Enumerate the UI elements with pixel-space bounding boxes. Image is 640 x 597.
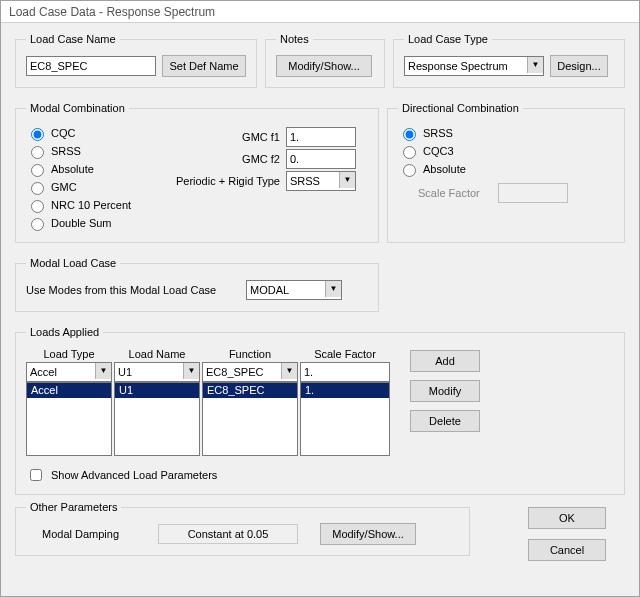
cancel-button[interactable]: Cancel [528,539,606,561]
window-title: Load Case Data - Response Spectrum [9,5,215,19]
loads-add-button[interactable]: Add [410,350,480,372]
set-def-name-button[interactable]: Set Def Name [162,55,246,77]
modal-damping-label: Modal Damping [26,528,136,540]
radio-absolute-label: Absolute [51,163,94,175]
show-advanced-label: Show Advanced Load Parameters [51,469,217,481]
dir-scale-factor-label: Scale Factor [398,187,498,199]
loads-loadname-select[interactable] [114,362,200,382]
radio-dir-absolute-label: Absolute [423,163,466,175]
list-item[interactable]: 1. [301,383,389,398]
gmc-f2-label: GMC f2 [166,153,286,165]
radio-doublesum[interactable] [31,218,44,231]
loads-loadtype-select[interactable] [26,362,112,382]
load-case-type-select[interactable] [404,56,544,76]
gmc-f2-input[interactable] [286,149,356,169]
radio-cqc[interactable] [31,128,44,141]
radio-dir-cqc3[interactable] [403,146,416,159]
load-case-name-input[interactable] [26,56,156,76]
other-parameters-group: Other Parameters Modal Damping Modify/Sh… [15,501,470,556]
loads-applied-group: Loads Applied Load Type Load Name Functi… [15,326,625,495]
load-case-type-group: Load Case Type ▼ Design... [393,33,625,88]
modal-combination-legend: Modal Combination [26,102,129,114]
loads-function-list[interactable]: EC8_SPEC [202,382,298,456]
design-button[interactable]: Design... [550,55,608,77]
modal-combination-group: Modal Combination CQC SRSS Absolute GMC … [15,102,379,243]
col-function: Function [202,348,298,360]
notes-modify-button[interactable]: Modify/Show... [276,55,372,77]
titlebar: Load Case Data - Response Spectrum [1,1,639,23]
directional-combination-group: Directional Combination SRSS CQC3 Absolu… [387,102,625,243]
radio-absolute[interactable] [31,164,44,177]
modal-load-case-group: Modal Load Case Use Modes from this Moda… [15,257,379,312]
gmc-f1-label: GMC f1 [166,131,286,143]
radio-dir-srss-label: SRSS [423,127,453,139]
load-case-type-legend: Load Case Type [404,33,492,45]
col-scale-factor: Scale Factor [300,348,390,360]
radio-srss[interactable] [31,146,44,159]
list-item[interactable]: U1 [115,383,199,398]
periodic-rigid-type-select[interactable] [286,171,356,191]
modal-damping-value [158,524,298,544]
radio-nrc10-label: NRC 10 Percent [51,199,131,211]
other-parameters-legend: Other Parameters [26,501,121,513]
dialog-content: Load Case Name Set Def Name Notes Modify… [1,23,639,596]
loads-modify-button[interactable]: Modify [410,380,480,402]
col-load-type: Load Type [26,348,112,360]
loads-function-select[interactable] [202,362,298,382]
radio-dir-srss[interactable] [403,128,416,141]
radio-cqc-label: CQC [51,127,75,139]
dir-scale-factor-input [498,183,568,203]
radio-gmc[interactable] [31,182,44,195]
show-advanced-checkbox[interactable] [30,469,42,481]
load-case-name-group: Load Case Name Set Def Name [15,33,257,88]
dialog-window: Load Case Data - Response Spectrum Load … [0,0,640,597]
radio-dir-cqc3-label: CQC3 [423,145,454,157]
list-item[interactable]: Accel [27,383,111,398]
directional-combination-legend: Directional Combination [398,102,523,114]
modal-load-case-legend: Modal Load Case [26,257,120,269]
ok-button[interactable]: OK [528,507,606,529]
modal-load-case-label: Use Modes from this Modal Load Case [26,284,246,296]
list-item[interactable]: EC8_SPEC [203,383,297,398]
loads-applied-legend: Loads Applied [26,326,103,338]
notes-group: Notes Modify/Show... [265,33,385,88]
loads-loadtype-list[interactable]: Accel [26,382,112,456]
loads-scalefactor-list[interactable]: 1. [300,382,390,456]
load-case-name-legend: Load Case Name [26,33,120,45]
loads-scalefactor-input[interactable] [300,362,390,382]
radio-srss-label: SRSS [51,145,81,157]
notes-legend: Notes [276,33,313,45]
radio-nrc10[interactable] [31,200,44,213]
gmc-f1-input[interactable] [286,127,356,147]
modal-load-case-select[interactable] [246,280,342,300]
periodic-rigid-type-label: Periodic + Rigid Type [166,175,286,187]
other-modify-button[interactable]: Modify/Show... [320,523,416,545]
radio-doublesum-label: Double Sum [51,217,112,229]
loads-delete-button[interactable]: Delete [410,410,480,432]
loads-loadname-list[interactable]: U1 [114,382,200,456]
col-load-name: Load Name [114,348,200,360]
radio-gmc-label: GMC [51,181,77,193]
radio-dir-absolute[interactable] [403,164,416,177]
